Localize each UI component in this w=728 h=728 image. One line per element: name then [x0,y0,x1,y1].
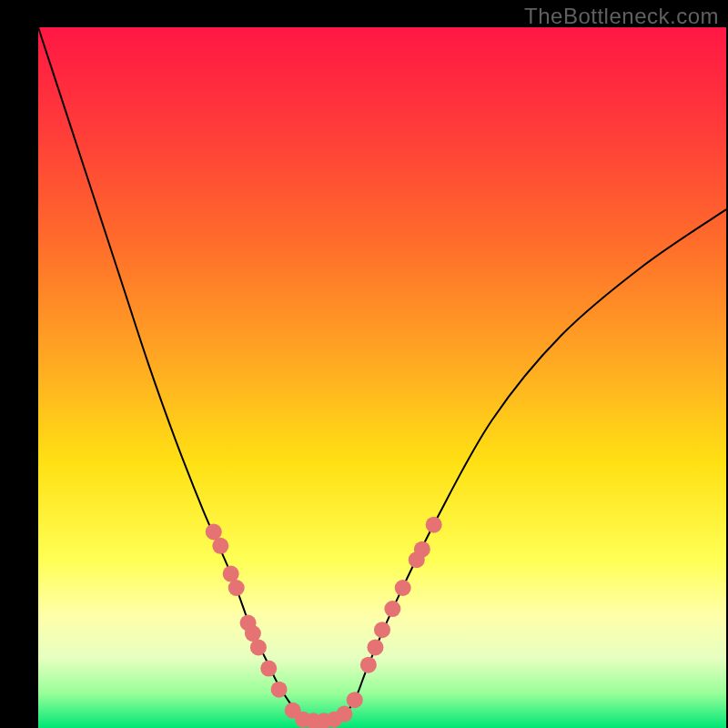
marker-dot [426,517,442,533]
marker-dot [228,580,245,596]
marker-dot [414,541,430,558]
marker-dot [367,639,383,655]
watermark-text: TheBottleneck.com [524,4,719,29]
marker-dot [384,601,400,617]
marker-dot [347,692,363,708]
marker-dot [374,622,390,638]
marker-dot [271,682,288,698]
marker-dot [212,538,228,554]
marker-dot [245,625,261,642]
bottleneck-chart [0,0,728,728]
marker-dot [206,523,222,540]
marker-dot [395,580,411,596]
marker-dot [260,661,277,677]
chart-frame: TheBottleneck.com [0,0,728,728]
marker-dot [250,639,267,655]
marker-dot [336,706,352,723]
marker-dot [223,566,239,582]
marker-dot [360,657,377,673]
